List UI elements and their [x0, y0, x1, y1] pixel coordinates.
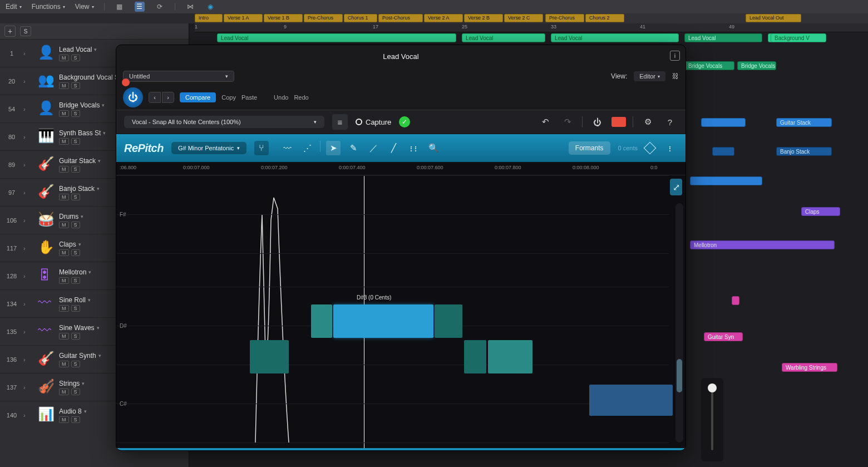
formants-button[interactable]: Formants: [569, 141, 610, 155]
solo-button[interactable]: S: [71, 110, 80, 117]
undo-button[interactable]: Undo: [274, 94, 288, 101]
marker[interactable]: Verse 1 B: [264, 14, 303, 22]
region[interactable]: Bridge Vocals: [737, 61, 776, 70]
expand-icon[interactable]: ›: [23, 273, 34, 279]
solo-button[interactable]: S: [71, 249, 80, 256]
note-block[interactable]: [311, 304, 332, 338]
record-button[interactable]: [611, 117, 626, 127]
mute-button[interactable]: M: [59, 333, 69, 340]
region[interactable]: Warbling Strings: [782, 363, 837, 372]
zoom-vertical-button[interactable]: ⤢: [670, 179, 682, 195]
solo-toggle[interactable]: S: [20, 26, 31, 36]
note-block[interactable]: [333, 304, 433, 338]
solo-button[interactable]: S: [71, 82, 80, 89]
marker[interactable]: Pre-Chorus: [545, 14, 584, 22]
chain-icon[interactable]: ⛓: [672, 72, 679, 80]
marker[interactable]: Chorus 1: [344, 14, 377, 22]
solo-button[interactable]: S: [71, 361, 80, 367]
mute-button[interactable]: M: [59, 82, 69, 89]
marker[interactable]: Post-Chorus: [378, 14, 423, 22]
list-icon[interactable]: ☰: [135, 2, 145, 12]
region[interactable]: [690, 176, 762, 185]
preset-select[interactable]: Untitled▾: [123, 71, 234, 82]
solo-button[interactable]: S: [71, 416, 80, 423]
pitch-editor[interactable]: ⤢ D#3 (0 Cents) ⇕ F#D#C#: [116, 175, 685, 448]
settings-icon[interactable]: ⫶: [662, 140, 678, 156]
mute-button[interactable]: M: [59, 249, 69, 256]
solo-button[interactable]: S: [71, 138, 80, 145]
expand-icon[interactable]: ›: [23, 106, 34, 112]
copy-button[interactable]: Copy: [221, 94, 236, 101]
grid-icon[interactable]: ▦: [115, 2, 125, 12]
mute-button[interactable]: M: [59, 361, 69, 367]
expand-icon[interactable]: ›: [23, 134, 34, 140]
region[interactable]: [712, 147, 734, 156]
menu-edit[interactable]: Edit ▾: [6, 3, 22, 11]
multi-tool-icon[interactable]: ⫶⫶: [406, 141, 421, 155]
expand-icon[interactable]: ›: [23, 412, 34, 419]
mute-button[interactable]: M: [59, 305, 69, 312]
marker[interactable]: Chorus 2: [585, 14, 624, 22]
mute-button[interactable]: M: [59, 138, 69, 145]
marker[interactable]: Pre-Chorus: [304, 14, 343, 22]
mute-button[interactable]: M: [59, 416, 69, 423]
power-button[interactable]: ⏻: [123, 87, 143, 107]
region[interactable]: Bridge Vocals: [684, 61, 734, 70]
bar-ruler[interactable]: 191725334149: [195, 23, 868, 32]
volume-overlay[interactable]: [701, 378, 723, 461]
add-track-button[interactable]: +: [4, 26, 16, 37]
solo-button[interactable]: S: [71, 277, 80, 284]
view-mode-select[interactable]: Editor▾: [634, 71, 665, 81]
pencil-tool-icon[interactable]: ／: [366, 141, 381, 155]
expand-icon[interactable]: ›: [23, 356, 34, 363]
solo-button[interactable]: S: [71, 166, 80, 173]
mute-button[interactable]: M: [59, 166, 69, 173]
menu-functions[interactable]: Functions ▾: [32, 3, 65, 11]
next-preset-button[interactable]: ›: [162, 92, 174, 103]
marker[interactable]: Verse 2 B: [464, 14, 503, 22]
mute-button[interactable]: M: [59, 222, 69, 228]
region[interactable]: Background V: [771, 33, 826, 42]
tuning-fork-icon[interactable]: ⑂: [254, 141, 269, 155]
info-icon[interactable]: i: [670, 51, 680, 61]
note-block[interactable]: [250, 340, 289, 373]
solo-button[interactable]: S: [71, 305, 80, 312]
mute-button[interactable]: M: [59, 194, 69, 200]
pointer-tool-icon[interactable]: ➤: [326, 141, 341, 155]
region[interactable]: Guitar Stack: [776, 118, 832, 127]
region[interactable]: Lead Vocal: [217, 33, 456, 42]
solo-button[interactable]: S: [71, 333, 80, 340]
region[interactable]: Lead Vocal: [684, 33, 762, 42]
expand-icon[interactable]: ›: [23, 78, 34, 85]
solo-button[interactable]: S: [71, 389, 80, 395]
close-icon[interactable]: [122, 78, 130, 86]
expand-icon[interactable]: ›: [23, 328, 34, 335]
region[interactable]: Banjo Stack: [776, 147, 832, 156]
plugin-titlebar[interactable]: Lead Vocal i: [116, 45, 685, 67]
marker-icon[interactable]: ◉: [205, 2, 215, 12]
mute-button[interactable]: M: [59, 110, 69, 117]
wave-tool-icon[interactable]: 〰: [280, 141, 294, 155]
time-ruler[interactable]: :06.8000:00:07.0000:00:07.2000:00:07.400…: [116, 162, 685, 175]
diamond-icon[interactable]: [644, 142, 657, 155]
settings-sliders-icon[interactable]: ≡: [332, 114, 348, 130]
expand-icon[interactable]: ›: [23, 189, 34, 196]
volume-knob[interactable]: [708, 384, 717, 392]
region[interactable]: Lead Vocal: [551, 33, 679, 42]
solo-button[interactable]: S: [71, 194, 80, 200]
compare-button[interactable]: Compare: [180, 92, 216, 102]
region[interactable]: [732, 296, 739, 305]
region[interactable]: [701, 118, 746, 127]
capture-button[interactable]: Capture: [356, 118, 391, 126]
solo-button[interactable]: S: [71, 222, 80, 228]
solo-button[interactable]: S: [71, 55, 80, 61]
marker[interactable]: Lead Vocal Out: [746, 14, 801, 22]
draw-tool-icon[interactable]: ✎: [346, 141, 361, 155]
scrollbar-thumb[interactable]: [677, 359, 682, 392]
redo-button[interactable]: Redo: [294, 94, 308, 101]
paste-button[interactable]: Paste: [241, 94, 257, 101]
expand-icon[interactable]: ›: [23, 301, 34, 307]
marker[interactable]: Intro: [195, 14, 223, 22]
note-block[interactable]: [464, 340, 486, 373]
region[interactable]: Guitar Syn: [704, 332, 743, 341]
